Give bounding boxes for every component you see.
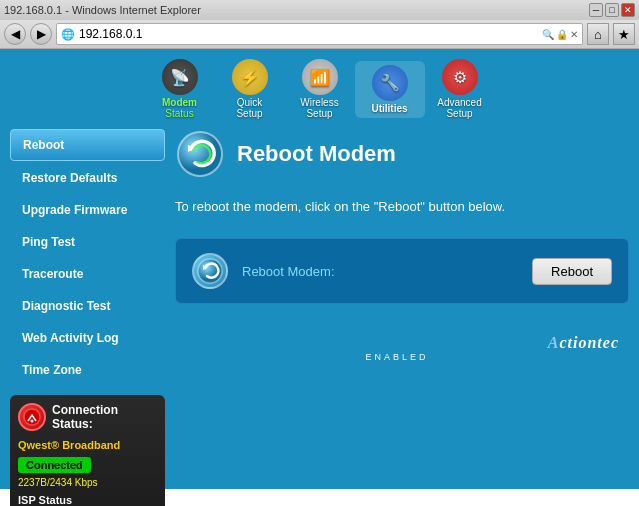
nav-utilities[interactable]: 🔧 Utilities: [355, 61, 425, 118]
sidebar-item-restore-defaults[interactable]: Restore Defaults: [10, 163, 165, 193]
isp-status-label: ISP Status: [18, 494, 157, 506]
connected-badge-1: Connected: [18, 457, 91, 473]
sidebar-item-web-activity-log[interactable]: Web Activity Log: [10, 323, 165, 353]
minimize-button[interactable]: ─: [589, 3, 603, 17]
close-icon: ✕: [570, 29, 578, 40]
sidebar-item-ping-test[interactable]: Ping Test: [10, 227, 165, 257]
qwest-broadband-label: Qwest® Broadband: [18, 439, 157, 451]
utilities-icon: 🔧: [372, 65, 408, 101]
reboot-modem-icon: [175, 129, 225, 179]
nav-bar: ◀ ▶ 🌐 🔍 🔒 ✕ ⌂ ★: [0, 20, 639, 48]
wireless-setup-line1: Wireless: [300, 97, 338, 108]
advanced-setup-line1: Advanced: [437, 97, 481, 108]
address-input[interactable]: [79, 27, 542, 41]
search-icon: 🔍: [542, 29, 554, 40]
forward-button[interactable]: ▶: [30, 23, 52, 45]
modem-status-icon: 📡: [162, 59, 198, 95]
instruction-text: To reboot the modem, click on the "Reboo…: [175, 189, 629, 224]
close-button[interactable]: ✕: [621, 3, 635, 17]
sidebar-item-upgrade-firmware[interactable]: Upgrade Firmware: [10, 195, 165, 225]
nav-quick-setup[interactable]: ⚡ Quick Setup: [215, 55, 285, 123]
page-title-text: Reboot Modem: [237, 141, 396, 167]
address-bar[interactable]: 🌐 🔍 🔒 ✕: [56, 23, 583, 45]
reboot-button[interactable]: Reboot: [532, 258, 612, 285]
connection-title-text: Connection Status:: [52, 403, 118, 431]
svg-point-0: [24, 409, 40, 425]
sidebar-item-time-zone[interactable]: Time Zone: [10, 355, 165, 385]
home-button[interactable]: ⌂: [587, 23, 609, 45]
quick-setup-icon: ⚡: [232, 59, 268, 95]
speed-gauge-icon: [18, 403, 46, 431]
sidebar-item-reboot[interactable]: Reboot: [10, 129, 165, 161]
actiontec-brand-name: Actiontec: [175, 334, 619, 352]
globe-icon: 🌐: [61, 28, 75, 41]
speed-text: 2237B/2434 Kbps: [18, 477, 157, 488]
reboot-card: Reboot Modem: Reboot: [175, 238, 629, 304]
wireless-setup-line2: Setup: [306, 108, 332, 119]
svg-point-1: [31, 420, 34, 423]
nav-modem-status[interactable]: 📡 Modem Status: [145, 55, 215, 123]
window-title: 192.168.0.1 - Windows Internet Explorer: [4, 4, 201, 16]
actiontec-tagline: ENABLED: [175, 352, 619, 362]
quick-setup-line2: Setup: [236, 108, 262, 119]
sidebar-item-traceroute[interactable]: Traceroute: [10, 259, 165, 289]
sidebar: Reboot Restore Defaults Upgrade Firmware…: [10, 129, 165, 506]
connection-status-box: Connection Status: Qwest® Broadband Conn…: [10, 395, 165, 506]
utilities-label: Utilities: [371, 103, 407, 114]
modem-status-line2: Status: [165, 108, 193, 119]
nav-wireless-setup[interactable]: 📶 Wireless Setup: [285, 55, 355, 123]
maximize-button[interactable]: □: [605, 3, 619, 17]
title-bar-buttons: ─ □ ✕: [589, 3, 635, 17]
lock-icon: 🔒: [556, 29, 568, 40]
sidebar-item-diagnostic-test[interactable]: Diagnostic Test: [10, 291, 165, 321]
router-ui: 📡 Modem Status ⚡ Quick Setup 📶 Wireless …: [0, 49, 639, 489]
title-bar: 192.168.0.1 - Windows Internet Explorer …: [0, 0, 639, 20]
actiontec-logo: Actiontec ENABLED: [175, 334, 629, 362]
wireless-setup-icon: 📶: [302, 59, 338, 95]
modem-status-line1: Modem: [162, 97, 197, 108]
top-nav: 📡 Modem Status ⚡ Quick Setup 📶 Wireless …: [0, 49, 639, 129]
browser-chrome: 192.168.0.1 - Windows Internet Explorer …: [0, 0, 639, 49]
connection-status-title: Connection Status:: [18, 403, 157, 431]
reboot-card-icon: [192, 253, 228, 289]
reboot-modem-label: Reboot Modem:: [242, 264, 518, 279]
content-panel: Reboot Modem To reboot the modem, click …: [175, 129, 629, 506]
address-icons: 🔍 🔒 ✕: [542, 29, 578, 40]
page-title-container: Reboot Modem: [175, 129, 629, 179]
advanced-setup-line2: Setup: [446, 108, 472, 119]
connection-title-line1: Connection: [52, 403, 118, 417]
back-button[interactable]: ◀: [4, 23, 26, 45]
favorites-button[interactable]: ★: [613, 23, 635, 45]
main-content: Reboot Restore Defaults Upgrade Firmware…: [0, 129, 639, 506]
advanced-setup-icon: ⚙: [442, 59, 478, 95]
quick-setup-line1: Quick: [237, 97, 263, 108]
nav-advanced-setup[interactable]: ⚙ Advanced Setup: [425, 55, 495, 123]
connection-title-line2: Status:: [52, 417, 118, 431]
